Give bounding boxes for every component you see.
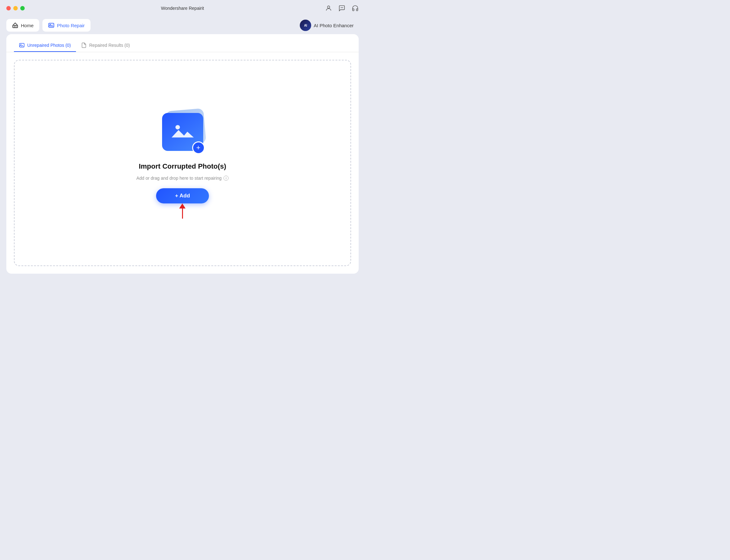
maximize-button[interactable] bbox=[20, 6, 25, 10]
unrepaired-tab-label: Unrepaired Photos (0) bbox=[27, 43, 71, 48]
svg-rect-5 bbox=[49, 23, 54, 27]
close-button[interactable] bbox=[6, 6, 11, 10]
drop-zone[interactable]: + Import Corrupted Photo(s) Add or drag … bbox=[14, 60, 351, 266]
import-title: Import Corrupted Photo(s) bbox=[139, 162, 226, 171]
repaired-tab-label: Repaired Results (0) bbox=[89, 43, 130, 48]
tab-unrepaired-photos[interactable]: Unrepaired Photos (0) bbox=[14, 39, 76, 52]
ai-enhancer-label: AI Photo Enhancer bbox=[314, 23, 353, 28]
unrepaired-tab-icon bbox=[19, 42, 25, 48]
traffic-lights bbox=[6, 6, 25, 10]
photo-repair-icon bbox=[48, 22, 54, 28]
tab-repaired-results[interactable]: Repaired Results (0) bbox=[76, 39, 135, 52]
tabs-bar: Unrepaired Photos (0) Repaired Results (… bbox=[6, 34, 359, 52]
minimize-button[interactable] bbox=[13, 6, 18, 10]
nav-right: AI AI Photo Enhancer bbox=[295, 17, 359, 34]
app-title: Wondershare Repairit bbox=[161, 6, 204, 11]
headset-icon[interactable] bbox=[352, 5, 359, 12]
svg-point-10 bbox=[175, 125, 180, 129]
home-button[interactable]: Home bbox=[6, 19, 39, 32]
import-subtitle: Add or drag and drop here to start repai… bbox=[136, 176, 228, 181]
info-icon[interactable]: i bbox=[223, 176, 228, 181]
arrow-line bbox=[182, 208, 183, 219]
svg-point-7 bbox=[50, 24, 51, 25]
arrow-wrapper bbox=[179, 203, 185, 219]
main-area: Unrepaired Photos (0) Repaired Results (… bbox=[6, 34, 359, 274]
account-icon[interactable] bbox=[325, 5, 332, 12]
svg-rect-4 bbox=[13, 25, 18, 28]
chat-icon[interactable] bbox=[338, 5, 345, 12]
photo-repair-label: Photo Repair bbox=[57, 23, 85, 28]
nav-bar: Home Photo Repair AI AI Photo Enhancer bbox=[0, 16, 365, 34]
ai-badge: AI bbox=[300, 20, 311, 31]
repaired-tab-icon bbox=[81, 42, 87, 48]
ai-enhancer-button[interactable]: AI AI Photo Enhancer bbox=[295, 17, 359, 34]
photo-import-illustration: + bbox=[157, 107, 208, 157]
photo-repair-button[interactable]: Photo Repair bbox=[42, 19, 90, 32]
title-bar-actions bbox=[325, 5, 359, 12]
red-arrow bbox=[179, 203, 185, 219]
add-button[interactable]: + Add bbox=[156, 188, 209, 203]
home-icon bbox=[12, 22, 18, 28]
plus-circle-icon: + bbox=[192, 141, 205, 154]
svg-point-9 bbox=[21, 44, 22, 45]
title-bar: Wondershare Repairit bbox=[0, 0, 365, 16]
arrow-head bbox=[179, 203, 185, 208]
home-label: Home bbox=[21, 23, 34, 28]
svg-rect-8 bbox=[20, 43, 24, 47]
svg-point-0 bbox=[327, 6, 329, 8]
